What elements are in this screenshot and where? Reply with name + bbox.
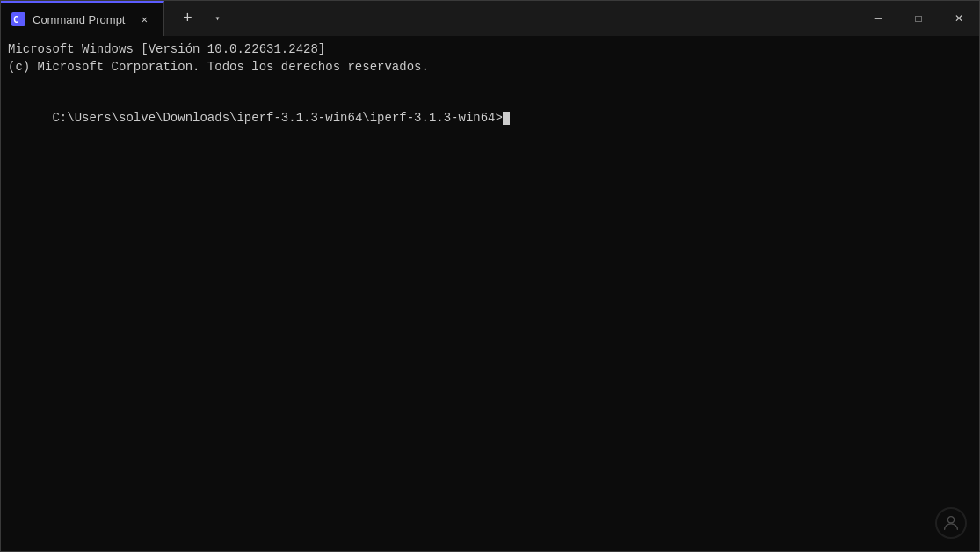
- window-controls: ─ □ ✕: [858, 1, 979, 36]
- watermark: [935, 507, 967, 539]
- tab-title: Command Prompt: [33, 13, 125, 26]
- command-prompt-window: C_ Command Prompt ✕ + ▾ ─ □ ✕ Microsoft …: [0, 0, 980, 552]
- console-line-3: [8, 76, 972, 93]
- tab-dropdown-button[interactable]: ▾: [205, 3, 229, 34]
- console-line-2: (c) Microsoft Corporation. Todos los der…: [8, 59, 972, 76]
- titlebar-left: C_ Command Prompt ✕ + ▾: [1, 1, 229, 36]
- close-button[interactable]: ✕: [939, 1, 979, 36]
- titlebar-actions: + ▾: [164, 3, 229, 34]
- titlebar: C_ Command Prompt ✕ + ▾ ─ □ ✕: [1, 1, 979, 36]
- console-line-1: Microsoft Windows [Versión 10.0.22631.24…: [8, 41, 972, 59]
- cursor: [503, 112, 510, 125]
- tab-close-button[interactable]: ✕: [135, 11, 153, 28]
- svg-point-2: [947, 517, 954, 523]
- minimize-button[interactable]: ─: [858, 1, 898, 36]
- new-tab-button[interactable]: +: [171, 3, 203, 34]
- maximize-button[interactable]: □: [898, 1, 939, 36]
- cmd-icon: C_: [11, 12, 25, 26]
- svg-text:C_: C_: [13, 15, 25, 25]
- console-line-4: C:\Users\solve\Downloads\iperf-3.1.3-win…: [8, 93, 972, 145]
- active-tab[interactable]: C_ Command Prompt ✕: [1, 1, 164, 36]
- console-body[interactable]: Microsoft Windows [Versión 10.0.22631.24…: [1, 36, 979, 551]
